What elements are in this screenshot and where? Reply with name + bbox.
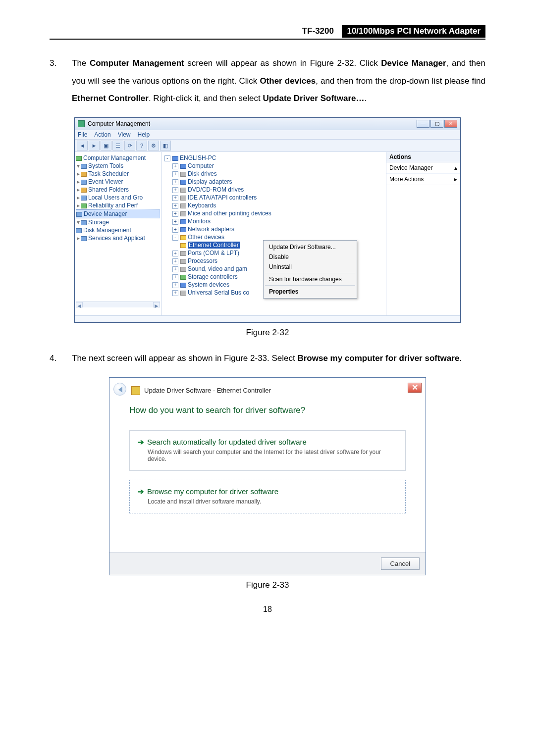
menu-action[interactable]: Action [94,131,110,138]
left-tree: Computer Management ▾System Tools ▸Task … [75,152,161,315]
figure-2-32-caption: Figure 2-32 [50,328,485,338]
update-driver-wizard: Update Driver Software - Ethernet Contro… [109,377,426,575]
wizard-close-button[interactable]: ✕ [408,383,422,393]
option-auto-search[interactable]: ➔Search automatically for updated driver… [129,430,406,471]
cancel-button[interactable]: Cancel [381,557,420,570]
maximize-button[interactable]: ▢ [430,120,443,128]
tree-local-users[interactable]: ▸Local Users and Gro [76,194,160,202]
dev-disk-drives[interactable]: +Disk drives [164,170,383,178]
window-title: Computer Management [88,120,150,127]
step-4-number: 4. [50,350,72,367]
page-header: TF-3200 10/100Mbps PCI Network Adapter [50,25,485,40]
status-bar [75,315,460,322]
option-browse-desc: Locate and install driver software manua… [138,498,397,505]
close-button[interactable]: ✕ [444,120,457,128]
ctx-properties[interactable]: Properties [265,287,355,297]
step-3: 3. The Computer Management screen will a… [50,54,485,107]
option-browse-title: Browse my computer for driver software [147,487,278,496]
wizard-title: Update Driver Software - Ethernet Contro… [144,387,271,394]
dev-ide[interactable]: +IDE ATA/ATAPI controllers [164,194,383,202]
dev-keyboards[interactable]: +Keyboards [164,202,383,209]
actions-more-actions[interactable]: More Actions▸ [386,174,460,185]
dev-mice[interactable]: +Mice and other pointing devices [164,209,383,217]
device-tree: -ENGLISH-PC +Computer +Disk drives +Disp… [161,152,386,315]
tree-services[interactable]: ▸Services and Applicat [76,234,160,242]
wizard-icon [131,386,140,395]
menu-help[interactable]: Help [138,131,150,138]
figure-2-32: Computer Management — ▢ ✕ File Action Vi… [50,117,485,338]
dev-computer[interactable]: +Computer [164,162,383,170]
dev-display-adapters[interactable]: +Display adapters [164,178,383,186]
dev-monitors[interactable]: +Monitors [164,217,383,225]
t: . [459,353,462,363]
window-titlebar[interactable]: Computer Management — ▢ ✕ [75,118,460,130]
page-number: 18 [50,605,485,614]
minimize-button[interactable]: — [417,120,429,128]
ctx-update-driver[interactable]: Update Driver Software... [265,242,355,252]
context-menu: Update Driver Software... Disable Uninst… [263,240,357,299]
toolbar-back-icon[interactable]: ◄ [77,141,88,151]
dev-network-adapters[interactable]: +Network adapters [164,225,383,233]
toolbar: ◄ ► ▣ ☰ ⟳ ? ⚙ ◧ [75,140,460,152]
tree-root[interactable]: Computer Management [76,154,160,162]
figure-2-33: Update Driver Software - Ethernet Contro… [50,377,485,590]
ctx-disable[interactable]: Disable [265,252,355,262]
t-bold: Device Manager [381,58,446,68]
submenu-icon: ▸ [454,176,457,183]
document-page: TF-3200 10/100Mbps PCI Network Adapter 3… [0,0,535,644]
step-4-text: The next screen will appear as shown in … [72,350,485,367]
option-browse-computer[interactable]: ➔Browse my computer for driver software … [129,480,406,513]
wizard-heading: How do you want to search for driver sof… [109,397,426,421]
tree-system-tools[interactable]: ▾System Tools [76,162,160,170]
actions-header: Actions [386,152,460,162]
wizard-back-button[interactable] [113,383,126,396]
product-title: 10/100Mbps PCI Network Adapter [342,25,485,38]
t-bold: Other devices [260,76,316,86]
t-bold: Ethernet Controller [72,94,149,103]
product-model: TF-3200 [302,26,334,36]
t: , and then from the drop-down list pleas… [316,76,485,86]
t-bold: Browse my computer for driver software [297,353,459,363]
computer-management-window: Computer Management — ▢ ✕ File Action Vi… [74,117,461,323]
ctx-uninstall[interactable]: Uninstall [265,262,355,272]
option-auto-desc: Windows will search your computer and th… [138,449,397,462]
tree-shared-folders[interactable]: ▸Shared Folders [76,186,160,194]
arrow-icon: ➔ [138,438,144,447]
dev-root[interactable]: -ENGLISH-PC [164,154,383,162]
tree-reliability[interactable]: ▸Reliability and Perf [76,202,160,209]
t: . Right-click it, and then select [149,94,263,103]
t: The next screen will appear as shown in … [72,353,297,363]
t-bold: Computer Management [90,58,184,68]
toolbar-refresh-icon[interactable]: ⟳ [124,141,135,151]
t: screen will appear as shown in Figure 2-… [184,58,381,68]
app-icon [78,120,85,127]
dev-dvd[interactable]: +DVD/CD-ROM drives [164,186,383,194]
toolbar-extra-icon[interactable]: ◧ [160,141,171,151]
collapse-icon[interactable]: ▴ [454,164,457,171]
arrow-icon: ➔ [138,487,144,496]
t: The [72,58,90,68]
tree-event-viewer[interactable]: ▸Event Viewer [76,178,160,186]
left-scrollbar[interactable]: ◄► [76,302,160,307]
toolbar-scan-icon[interactable]: ⚙ [148,141,159,151]
menu-bar: File Action View Help [75,130,460,140]
option-auto-title: Search automatically for updated driver … [147,438,307,446]
toolbar-up-icon[interactable]: ▣ [101,141,111,151]
tree-task-scheduler[interactable]: ▸Task Scheduler [76,170,160,178]
step-4: 4. The next screen will appear as shown … [50,350,485,367]
ctx-scan-hardware[interactable]: Scan for hardware changes [265,274,355,284]
wizard-footer: Cancel [109,552,426,575]
toolbar-forward-icon[interactable]: ► [89,141,100,151]
t-bold: Update Driver Software… [263,94,364,103]
menu-view[interactable]: View [118,131,131,138]
actions-device-manager[interactable]: Device Manager▴ [386,162,460,174]
tree-disk-management[interactable]: Disk Management [76,226,160,234]
tree-storage[interactable]: ▾Storage [76,218,160,226]
menu-file[interactable]: File [78,131,87,138]
t: . [364,94,367,103]
toolbar-help-icon[interactable]: ? [136,141,147,151]
step-3-number: 3. [50,54,72,107]
toolbar-props-icon[interactable]: ☰ [112,141,123,151]
tree-device-manager[interactable]: Device Manager [76,209,160,218]
figure-2-33-caption: Figure 2-33 [50,580,485,590]
